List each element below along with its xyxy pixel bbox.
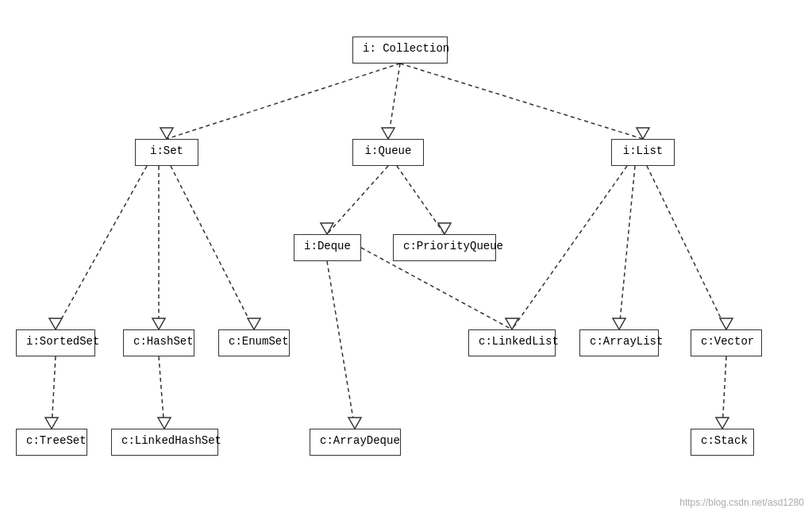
svg-marker-29 [716, 418, 729, 429]
svg-line-18 [512, 166, 627, 329]
node-hashset: c:HashSet [123, 329, 194, 356]
svg-marker-7 [49, 318, 62, 329]
node-arraydeque: c:ArrayDeque [310, 429, 401, 456]
svg-line-10 [171, 166, 254, 329]
node-enumset: c:EnumSet [218, 329, 290, 356]
svg-marker-23 [720, 318, 733, 329]
svg-marker-19 [506, 318, 518, 329]
svg-marker-1 [160, 128, 173, 139]
svg-line-12 [327, 166, 388, 234]
svg-marker-17 [348, 418, 361, 429]
svg-line-6 [56, 166, 147, 329]
svg-line-24 [52, 356, 56, 429]
watermark: https://blog.csdn.net/asd1280 [679, 497, 804, 508]
svg-line-26 [159, 356, 164, 429]
svg-marker-15 [438, 223, 451, 234]
node-arraylist: c:ArrayList [579, 329, 659, 356]
svg-marker-5 [637, 128, 649, 139]
node-deque: i:Deque [294, 234, 361, 261]
node-linkedlist: c:LinkedList [468, 329, 556, 356]
svg-marker-27 [158, 418, 171, 429]
svg-marker-9 [152, 318, 165, 329]
node-list: i:List [611, 139, 675, 166]
svg-line-16 [327, 261, 355, 429]
node-vector: c:Vector [691, 329, 762, 356]
node-queue: i:Queue [352, 139, 424, 166]
svg-line-4 [400, 64, 643, 139]
svg-marker-11 [248, 318, 260, 329]
node-collection: i: Collection [352, 37, 448, 64]
svg-marker-21 [613, 318, 625, 329]
node-sortedset: i:SortedSet [16, 329, 95, 356]
node-set: i:Set [135, 139, 198, 166]
node-priorityqueue: c:PriorityQueue [393, 234, 496, 261]
svg-marker-13 [321, 223, 333, 234]
svg-line-20 [619, 166, 635, 329]
svg-marker-3 [382, 128, 394, 139]
svg-line-0 [167, 64, 400, 139]
svg-marker-25 [45, 418, 58, 429]
node-linkedhashset: c:LinkedHashSet [111, 429, 218, 456]
node-stack: c:Stack [691, 429, 754, 456]
svg-line-28 [722, 356, 726, 429]
svg-line-22 [647, 166, 726, 329]
diagram-container: i: Collection i:Set i:Queue i:List i:Deq… [0, 0, 812, 516]
node-treeset: c:TreeSet [16, 429, 87, 456]
svg-line-14 [397, 166, 444, 234]
svg-line-2 [388, 64, 400, 139]
